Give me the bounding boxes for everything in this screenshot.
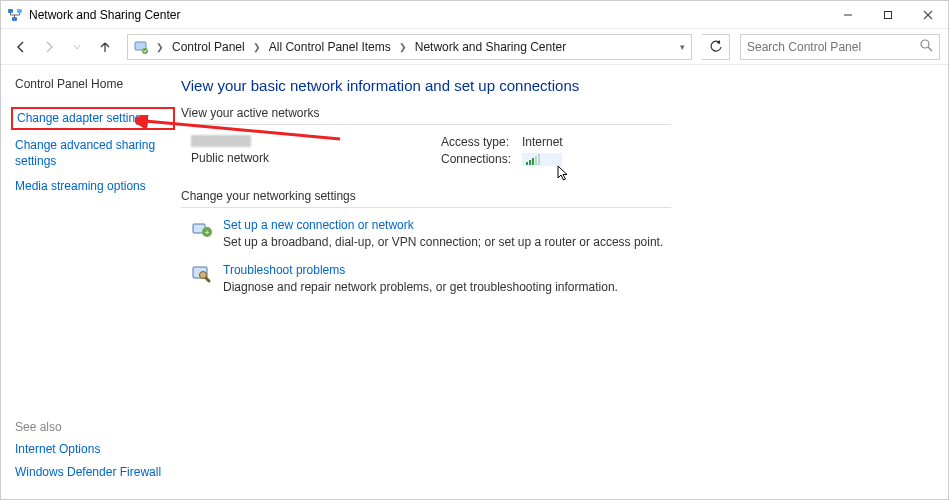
sidebar: Control Panel Home Change adapter settin… (1, 65, 181, 499)
internet-options-link[interactable]: Internet Options (15, 442, 161, 458)
svg-rect-4 (885, 11, 892, 18)
search-box[interactable] (740, 34, 940, 60)
control-panel-home-link[interactable]: Control Panel Home (15, 77, 171, 93)
page-heading: View your basic network information and … (181, 77, 938, 94)
setup-connection-link[interactable]: Set up a new connection or network (223, 218, 663, 232)
setup-connection-desc: Set up a broadband, dial-up, or VPN conn… (223, 235, 663, 249)
troubleshoot-link[interactable]: Troubleshoot problems (223, 263, 618, 277)
address-bar[interactable]: ❯ Control Panel ❯ All Control Panel Item… (127, 34, 692, 60)
main-panel: View your basic network information and … (181, 65, 948, 499)
svg-point-8 (142, 48, 148, 54)
history-dropdown[interactable] (65, 35, 89, 59)
refresh-button[interactable] (702, 34, 730, 60)
back-button[interactable] (9, 35, 33, 59)
chevron-right-icon: ❯ (397, 42, 409, 52)
see-also-section: See also Internet Options Windows Defend… (15, 420, 161, 489)
troubleshoot-item: Troubleshoot problems Diagnose and repai… (191, 263, 731, 294)
search-input[interactable] (747, 40, 933, 54)
divider (181, 207, 671, 208)
wifi-signal-icon (526, 154, 540, 165)
chevron-right-icon: ❯ (154, 42, 166, 52)
close-button[interactable] (908, 1, 948, 29)
change-adapter-settings-link[interactable]: Change adapter settings (17, 111, 148, 125)
titlebar: Network and Sharing Center (1, 1, 948, 29)
minimize-button[interactable] (828, 1, 868, 29)
access-type-value: Internet (522, 135, 563, 149)
change-settings-label: Change your networking settings (181, 189, 938, 203)
troubleshoot-desc: Diagnose and repair network problems, or… (223, 280, 618, 294)
access-type-label: Access type: (441, 135, 516, 149)
address-dropdown-icon[interactable]: ▾ (676, 42, 685, 52)
control-panel-icon (134, 39, 150, 55)
svg-text:+: + (205, 228, 210, 237)
active-network-block: Public network Access type: Internet Con… (191, 135, 938, 169)
active-networks-label: View your active networks (181, 106, 938, 120)
windows-defender-firewall-link[interactable]: Windows Defender Firewall (15, 465, 161, 481)
maximize-button[interactable] (868, 1, 908, 29)
divider (181, 124, 671, 125)
search-icon (920, 39, 933, 55)
change-advanced-sharing-link[interactable]: Change advanced sharing settings (15, 138, 171, 169)
toolbar: ❯ Control Panel ❯ All Control Panel Item… (1, 29, 948, 65)
svg-rect-0 (8, 9, 13, 13)
see-also-heading: See also (15, 420, 161, 434)
app-icon (7, 7, 23, 23)
breadcrumb-segment[interactable]: Control Panel (170, 40, 247, 54)
network-name-redacted (191, 135, 251, 147)
troubleshoot-icon (191, 263, 213, 285)
network-type-label: Public network (191, 151, 441, 165)
window-title: Network and Sharing Center (29, 8, 180, 22)
svg-point-16 (200, 272, 207, 279)
up-button[interactable] (93, 35, 117, 59)
window-controls (828, 1, 948, 29)
connection-link[interactable] (522, 153, 562, 166)
annotation-highlight-box: Change adapter settings (11, 107, 175, 131)
media-streaming-options-link[interactable]: Media streaming options (15, 179, 171, 195)
forward-button[interactable] (37, 35, 61, 59)
connections-label: Connections: (441, 152, 516, 166)
setup-connection-item: + Set up a new connection or network Set… (191, 218, 731, 249)
svg-rect-2 (12, 17, 17, 21)
svg-rect-1 (17, 9, 22, 13)
breadcrumb-segment[interactable]: Network and Sharing Center (413, 40, 568, 54)
setup-connection-icon: + (191, 218, 213, 240)
chevron-right-icon: ❯ (251, 42, 263, 52)
svg-point-9 (921, 40, 929, 48)
svg-line-10 (928, 47, 932, 51)
breadcrumb-segment[interactable]: All Control Panel Items (267, 40, 393, 54)
